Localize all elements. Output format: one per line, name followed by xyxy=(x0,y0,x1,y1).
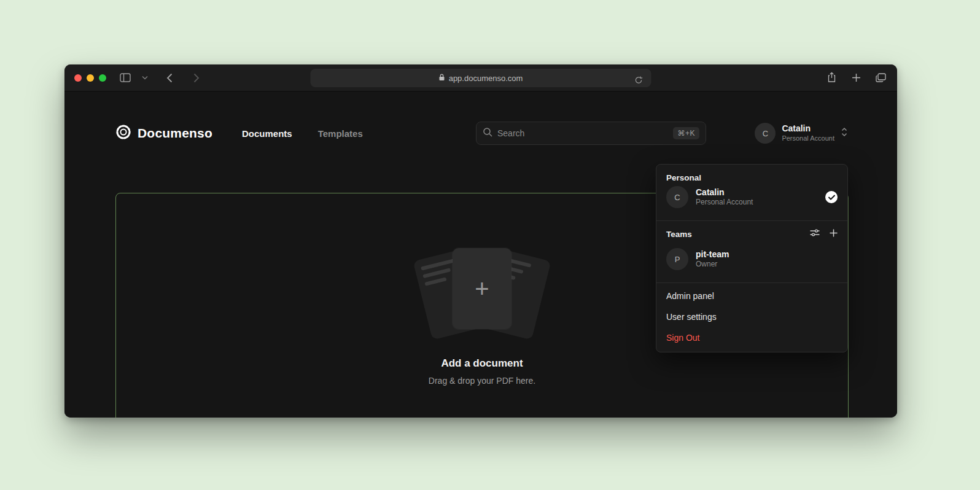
account-subtitle: Personal Account xyxy=(782,134,834,143)
menu-item-sign-out[interactable]: Sign Out xyxy=(656,327,847,348)
nav-templates[interactable]: Templates xyxy=(318,128,363,139)
new-tab-icon[interactable] xyxy=(848,69,864,85)
menu-divider xyxy=(656,282,847,283)
close-button[interactable] xyxy=(74,74,82,82)
lock-icon xyxy=(439,74,445,83)
zoom-button[interactable] xyxy=(99,74,106,82)
app-header: Documenso Documents Templates ⌘+K C Cata… xyxy=(115,120,848,147)
sidebar-toggle-icon[interactable] xyxy=(117,70,133,86)
back-icon[interactable] xyxy=(161,70,177,86)
chevron-up-down-icon xyxy=(841,126,848,140)
menu-personal-account-row[interactable]: C Catalin Personal Account xyxy=(666,182,838,212)
search-shortcut-badge: ⌘+K xyxy=(673,127,699,139)
menu-divider xyxy=(656,220,847,221)
document-stack-illustration: + xyxy=(411,242,553,339)
team-role: Owner xyxy=(696,260,838,270)
personal-account-name: Catalin xyxy=(696,187,818,198)
address-url: app.documenso.com xyxy=(449,74,523,83)
menu-item-user-settings[interactable]: User settings xyxy=(656,306,847,327)
brand[interactable]: Documenso xyxy=(115,124,212,142)
account-dropdown-menu: Personal C Catalin Personal Account xyxy=(656,164,848,352)
document-card-center: + xyxy=(453,248,511,329)
add-team-icon[interactable] xyxy=(830,228,838,239)
tab-overview-icon[interactable] xyxy=(873,69,889,85)
chevron-down-icon[interactable] xyxy=(137,70,153,86)
main-nav: Documents Templates xyxy=(242,128,363,139)
browser-chrome: app.documenso.com xyxy=(64,64,897,91)
minimize-button[interactable] xyxy=(87,74,94,82)
dropzone-title: Add a document xyxy=(441,357,523,370)
menu-team-row[interactable]: P pit-team Owner xyxy=(666,244,838,274)
manage-teams-icon[interactable] xyxy=(810,228,820,239)
address-bar[interactable]: app.documenso.com xyxy=(311,69,651,87)
reload-icon[interactable] xyxy=(631,72,647,88)
avatar: C xyxy=(755,123,776,144)
menu-personal-label: Personal xyxy=(666,173,838,182)
nav-documents[interactable]: Documents xyxy=(242,128,292,139)
dropzone-subtitle: Drag & drop your PDF here. xyxy=(429,376,535,386)
window-controls xyxy=(74,74,106,82)
search-box[interactable]: ⌘+K xyxy=(476,122,706,145)
search-input[interactable] xyxy=(497,128,668,138)
personal-account-subtitle: Personal Account xyxy=(696,198,818,208)
team-avatar: P xyxy=(666,248,688,270)
search-icon xyxy=(483,127,492,139)
avatar: C xyxy=(666,186,688,208)
app-content: Documenso Documents Templates ⌘+K C Cata… xyxy=(64,91,897,418)
account-menu-button[interactable]: C Catalin Personal Account xyxy=(755,123,848,144)
browser-window: app.documenso.com xyxy=(64,64,897,418)
share-icon[interactable] xyxy=(823,69,839,85)
brand-name: Documenso xyxy=(138,126,212,141)
check-circle-icon xyxy=(825,191,838,203)
account-name: Catalin xyxy=(782,123,834,134)
forward-icon[interactable] xyxy=(189,70,204,86)
documenso-logo-icon xyxy=(115,124,131,142)
plus-icon: + xyxy=(475,276,489,301)
team-name: pit-team xyxy=(696,249,838,260)
menu-teams-label: Teams xyxy=(666,230,692,239)
menu-item-admin-panel[interactable]: Admin panel xyxy=(656,286,847,306)
